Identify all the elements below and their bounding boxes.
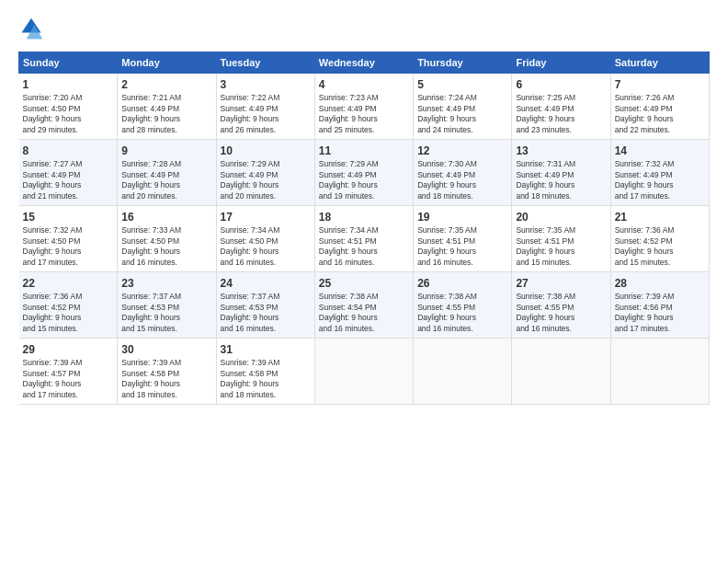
day-info: Sunset: 4:57 PM: [23, 369, 114, 379]
day-info: Sunrise: 7:33 AM: [121, 225, 211, 236]
day-number: 7: [615, 77, 705, 92]
day-info: and 19 minutes.: [319, 191, 409, 201]
cell-week2-day1: 8Sunrise: 7:27 AMSunset: 4:49 PMDaylight…: [19, 140, 118, 206]
day-number: 8: [23, 144, 114, 158]
day-info: and 18 minutes.: [417, 191, 507, 201]
day-info: and 16 minutes.: [417, 324, 507, 334]
day-number: 10: [221, 144, 311, 158]
day-info: and 16 minutes.: [221, 324, 311, 334]
cell-week5-day2: 30Sunrise: 7:39 AMSunset: 4:58 PMDayligh…: [118, 339, 216, 405]
day-info: Sunset: 4:49 PM: [516, 170, 606, 180]
day-info: Daylight: 9 hours: [615, 180, 705, 190]
day-info: Sunrise: 7:24 AM: [417, 93, 507, 103]
day-info: and 16 minutes.: [417, 258, 507, 268]
day-info: Sunrise: 7:29 AM: [319, 159, 409, 169]
day-info: Daylight: 9 hours: [23, 379, 114, 389]
day-info: Sunset: 4:49 PM: [319, 170, 409, 180]
day-info: Sunset: 4:49 PM: [615, 104, 705, 114]
day-info: and 20 minutes.: [121, 191, 211, 201]
day-info: Daylight: 9 hours: [23, 247, 114, 257]
day-info: Sunset: 4:49 PM: [417, 170, 507, 180]
cell-week3-day6: 20Sunrise: 7:35 AMSunset: 4:51 PMDayligh…: [512, 206, 610, 272]
day-number: 22: [23, 276, 114, 291]
day-info: Daylight: 9 hours: [417, 247, 507, 257]
header-day-thursday: Thursday: [414, 52, 512, 74]
cell-week4-day1: 22Sunrise: 7:36 AMSunset: 4:52 PMDayligh…: [19, 272, 118, 339]
day-info: and 26 minutes.: [221, 125, 311, 135]
day-info: and 20 minutes.: [221, 191, 311, 201]
day-info: Sunset: 4:52 PM: [615, 236, 705, 247]
day-info: and 15 minutes.: [516, 258, 606, 268]
day-info: Sunrise: 7:38 AM: [417, 292, 507, 302]
day-info: Sunset: 4:49 PM: [615, 170, 705, 180]
day-info: and 16 minutes.: [319, 324, 409, 334]
day-info: and 21 minutes.: [23, 191, 114, 201]
cell-week3-day7: 21Sunrise: 7:36 AMSunset: 4:52 PMDayligh…: [610, 206, 709, 272]
cell-week4-day6: 27Sunrise: 7:38 AMSunset: 4:55 PMDayligh…: [512, 272, 610, 339]
day-number: 6: [516, 77, 606, 92]
day-info: and 16 minutes.: [221, 258, 311, 268]
day-number: 27: [516, 276, 606, 291]
day-info: and 15 minutes.: [615, 258, 705, 268]
day-number: 18: [319, 210, 409, 224]
day-info: Daylight: 9 hours: [417, 313, 507, 323]
day-info: Sunset: 4:58 PM: [121, 369, 211, 379]
day-info: and 15 minutes.: [121, 324, 211, 334]
header-day-tuesday: Tuesday: [216, 52, 314, 74]
day-info: Sunrise: 7:38 AM: [319, 292, 409, 302]
logo-icon: [18, 17, 44, 42]
day-info: and 16 minutes.: [319, 258, 409, 268]
day-info: and 17 minutes.: [23, 390, 114, 400]
day-info: and 18 minutes.: [516, 191, 606, 201]
header-day-monday: Monday: [118, 52, 216, 74]
day-info: Sunset: 4:49 PM: [417, 104, 507, 114]
cell-week5-day4: [314, 339, 413, 405]
day-info: Daylight: 9 hours: [221, 114, 311, 124]
day-number: 28: [615, 276, 705, 291]
day-info: and 23 minutes.: [516, 125, 606, 135]
week-row-2: 8Sunrise: 7:27 AMSunset: 4:49 PMDaylight…: [19, 140, 710, 206]
day-info: Sunset: 4:51 PM: [417, 236, 507, 247]
day-info: Sunrise: 7:26 AM: [615, 93, 705, 103]
day-info: Sunset: 4:50 PM: [221, 236, 311, 247]
cell-week1-day2: 2Sunrise: 7:21 AMSunset: 4:49 PMDaylight…: [118, 74, 216, 140]
day-info: Sunset: 4:56 PM: [615, 303, 705, 313]
day-number: 3: [221, 77, 311, 92]
day-info: Sunrise: 7:38 AM: [516, 292, 606, 302]
day-info: Sunset: 4:53 PM: [121, 303, 211, 313]
day-info: Sunrise: 7:32 AM: [615, 159, 705, 169]
day-info: Sunrise: 7:37 AM: [121, 292, 211, 302]
week-row-5: 29Sunrise: 7:39 AMSunset: 4:57 PMDayligh…: [19, 339, 710, 405]
day-info: Sunrise: 7:28 AM: [121, 159, 211, 169]
day-info: Sunrise: 7:36 AM: [23, 292, 114, 302]
logo: [18, 17, 48, 42]
cell-week4-day4: 25Sunrise: 7:38 AMSunset: 4:54 PMDayligh…: [314, 272, 413, 339]
cell-week3-day5: 19Sunrise: 7:35 AMSunset: 4:51 PMDayligh…: [414, 206, 512, 272]
cell-week3-day3: 17Sunrise: 7:34 AMSunset: 4:50 PMDayligh…: [216, 206, 314, 272]
week-row-4: 22Sunrise: 7:36 AMSunset: 4:52 PMDayligh…: [19, 272, 710, 339]
day-info: Daylight: 9 hours: [221, 247, 311, 257]
day-info: Daylight: 9 hours: [319, 114, 409, 124]
day-info: Daylight: 9 hours: [121, 313, 211, 323]
day-number: 9: [121, 144, 211, 158]
cell-week1-day1: 1Sunrise: 7:20 AMSunset: 4:50 PMDaylight…: [19, 74, 118, 140]
day-info: Sunset: 4:50 PM: [23, 104, 114, 114]
day-info: and 15 minutes.: [23, 324, 114, 334]
day-info: Daylight: 9 hours: [23, 114, 114, 124]
day-number: 17: [221, 210, 311, 224]
day-info: Daylight: 9 hours: [221, 379, 311, 389]
day-info: Sunrise: 7:37 AM: [221, 292, 311, 302]
day-info: and 17 minutes.: [615, 324, 705, 334]
calendar-body: 1Sunrise: 7:20 AMSunset: 4:50 PMDaylight…: [19, 74, 710, 405]
day-info: Sunrise: 7:35 AM: [417, 225, 507, 236]
day-info: Daylight: 9 hours: [516, 180, 606, 190]
day-info: Sunrise: 7:34 AM: [221, 225, 311, 236]
day-info: Daylight: 9 hours: [121, 180, 211, 190]
cell-week5-day7: [610, 339, 709, 405]
day-info: and 28 minutes.: [121, 125, 211, 135]
header-row: SundayMondayTuesdayWednesdayThursdayFrid…: [19, 52, 710, 74]
day-info: Sunrise: 7:31 AM: [516, 159, 606, 169]
cell-week2-day7: 14Sunrise: 7:32 AMSunset: 4:49 PMDayligh…: [610, 140, 709, 206]
cell-week5-day1: 29Sunrise: 7:39 AMSunset: 4:57 PMDayligh…: [19, 339, 118, 405]
day-info: Daylight: 9 hours: [319, 313, 409, 323]
